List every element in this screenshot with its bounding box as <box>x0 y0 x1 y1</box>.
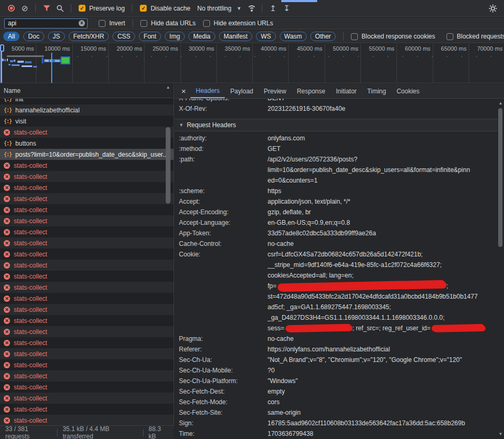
scroll-down-arrow[interactable]: ▼ <box>498 432 503 437</box>
type-filter-media[interactable]: Media <box>188 32 215 41</box>
waterfall-bar <box>33 66 37 68</box>
header-value-line: 1703636799438 <box>268 428 498 439</box>
hide-data-urls-checkbox[interactable]: Hide data URLs <box>140 20 196 27</box>
request-row[interactable]: {:}visit <box>0 116 174 127</box>
header-row: Sec-Fetch-Dest:empty <box>175 386 498 397</box>
chevron-down-icon: ▼ <box>236 6 241 11</box>
clear-filter-icon[interactable]: × <box>79 20 85 26</box>
close-details-button[interactable]: × <box>177 84 191 98</box>
name-column-header[interactable]: Name <box>0 84 174 98</box>
request-row[interactable]: ✕stats-collect <box>0 204 174 215</box>
request-row[interactable]: {:}posts?limit=10&order=publish_date_des… <box>0 149 174 160</box>
request-row[interactable]: ✕stats-collect <box>0 260 174 271</box>
type-filter-ws[interactable]: WS <box>256 32 275 41</box>
search-button[interactable] <box>53 2 67 15</box>
type-filter-other[interactable]: Other <box>310 32 336 41</box>
request-name: stats-collect <box>14 339 47 347</box>
type-filter-all[interactable]: All <box>3 32 20 41</box>
disable-cache-label: Disable cache <box>150 5 190 12</box>
header-values: ?0 <box>268 365 498 376</box>
preserve-log-checkbox[interactable]: ✓ Preserve log <box>79 5 125 12</box>
request-row[interactable]: ✕stats-collect <box>0 337 174 348</box>
filter-input[interactable]: api × <box>4 18 88 28</box>
scroll-up-arrow[interactable]: ▲ <box>165 85 172 90</box>
request-row[interactable]: ✕stats-collect <box>0 193 174 204</box>
type-filter-manifest[interactable]: Manifest <box>219 32 252 41</box>
network-conditions-button[interactable] <box>244 2 258 15</box>
request-name: stats-collect <box>14 240 47 247</box>
request-row[interactable]: ✕stats-collect <box>0 293 174 304</box>
filter-toggle-button[interactable] <box>40 2 53 15</box>
scroll-up-arrow[interactable]: ▲ <box>498 101 503 106</box>
network-overview-timeline[interactable]: 5000 ms10000 ms15000 ms20000 ms25000 ms3… <box>0 44 504 83</box>
tab-headers[interactable]: Headers <box>191 84 225 98</box>
hide-extension-urls-checkbox[interactable]: Hide extension URLs <box>203 20 273 27</box>
import-har-button[interactable]: ↥ <box>266 2 280 15</box>
waterfall-bar <box>4 59 6 61</box>
type-filter-fetch-xhr[interactable]: Fetch/XHR <box>69 32 109 41</box>
request-row[interactable]: {:}init <box>0 99 174 104</box>
request-row[interactable]: ✕stats-collect <box>0 237 174 249</box>
request-row[interactable]: {:}hannahelizabethofficial <box>0 104 174 116</box>
timeline-dot <box>107 56 108 57</box>
request-row[interactable]: ✕stats-collect <box>0 370 174 381</box>
tab-preview[interactable]: Preview <box>259 84 292 98</box>
blocked-requests-checkbox[interactable]: Blocked requests <box>446 33 504 40</box>
request-row[interactable]: ✕stats-collect <box>0 271 174 282</box>
request-row[interactable]: ✕stats-collect <box>0 404 174 415</box>
request-row[interactable]: ✕stats-collect <box>0 160 174 171</box>
request-row[interactable]: {:}buttons <box>0 138 174 149</box>
request-row[interactable]: ✕stats-collect <box>0 381 174 393</box>
type-filter-wasm[interactable]: Wasm <box>280 32 307 41</box>
tab-response[interactable]: Response <box>291 84 330 98</box>
tab-payload[interactable]: Payload <box>225 84 258 98</box>
invert-checkbox[interactable]: Invert <box>99 20 125 27</box>
overview-selection-handle[interactable] <box>1 50 2 83</box>
tab-timing[interactable]: Timing <box>362 84 392 98</box>
request-row[interactable]: ✕stats-collect <box>0 393 174 404</box>
request-row[interactable]: ✕stats-collect <box>0 315 174 326</box>
disable-cache-checkbox[interactable]: ✓ Disable cache <box>140 5 190 12</box>
type-filter-css[interactable]: CSS <box>112 32 135 41</box>
blocked-response-cookies-checkbox[interactable]: Blocked response cookies <box>351 33 435 40</box>
request-row[interactable]: ✕stats-collect <box>0 304 174 315</box>
request-row[interactable]: ✕stats-collect <box>0 415 174 425</box>
details-scrollbar[interactable]: ▲ ▼ <box>498 100 503 438</box>
scrollbar-thumb[interactable] <box>166 127 170 204</box>
toolbar-divider <box>262 4 262 13</box>
request-row[interactable]: ✕stats-collect <box>0 171 174 182</box>
request-row[interactable]: ✕stats-collect <box>0 215 174 226</box>
type-filter-img[interactable]: Img <box>165 32 185 41</box>
requests-scrollbar[interactable]: ▲ <box>165 85 172 424</box>
settings-button[interactable] <box>486 2 500 15</box>
header-value-text: ad5cf; _ga=GA1.1.689275447.1698003345; <box>268 303 391 311</box>
record-button[interactable] <box>4 2 18 15</box>
request-row[interactable]: ✕stats-collect <box>0 226 174 237</box>
overview-handle-grip[interactable] <box>0 44 4 52</box>
request-row[interactable]: ✕stats-collect <box>0 182 174 193</box>
tab-initiator[interactable]: Initiator <box>330 84 362 98</box>
waterfall-bar <box>17 61 24 63</box>
type-filter-font[interactable]: Font <box>139 32 161 41</box>
scrollbar-thumb[interactable] <box>498 108 502 247</box>
header-values: en-GB,en-US;q=0.9,en;q=0.8 <box>268 217 498 228</box>
request-row[interactable]: ✕stats-collect <box>0 127 174 138</box>
header-values: https <box>268 186 498 196</box>
tab-cookies[interactable]: Cookies <box>391 84 424 98</box>
clear-button[interactable]: ⊘ <box>18 2 32 15</box>
type-filter-js[interactable]: JS <box>48 32 65 41</box>
network-toolbar: ⊘ ✓ Preserve log ✓ Disable cache No thro… <box>0 0 504 17</box>
request-name: stats-collect <box>14 328 47 336</box>
request-row[interactable]: ✕stats-collect <box>0 359 174 370</box>
throttling-select[interactable]: No throttling ▼ <box>197 5 242 12</box>
request-headers-section-header[interactable]: ▼Request Headers <box>175 119 498 131</box>
waterfall-bar <box>10 60 13 62</box>
request-row[interactable]: ✕stats-collect <box>0 282 174 293</box>
request-row[interactable]: ✕stats-collect <box>0 249 174 260</box>
request-row[interactable]: ✕stats-collect <box>0 348 174 359</box>
export-har-button[interactable]: ↧ <box>280 2 293 15</box>
request-row[interactable]: ✕stats-collect <box>0 326 174 337</box>
redaction-scribble <box>278 280 445 292</box>
type-filter-doc[interactable]: Doc <box>23 32 44 41</box>
header-row: Sign:16785:5aad9602cf110608b03133de56364… <box>175 418 498 428</box>
